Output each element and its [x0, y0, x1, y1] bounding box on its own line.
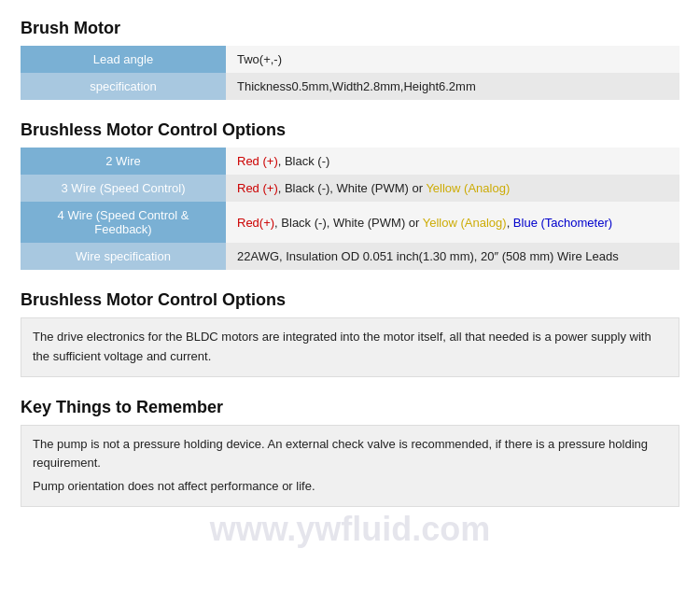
brushless-motor-table: 2 Wire Red (+), Black (-) 3 Wire (Speed …: [21, 148, 679, 270]
label-cell: 2 Wire: [21, 148, 226, 175]
label-cell: 4 Wire (Speed Control & Feedback): [21, 202, 226, 243]
label-cell: specification: [21, 73, 226, 100]
brushless-motor-description-title: Brushless Motor Control Options: [21, 290, 679, 310]
value-cell: 22AWG, Insulation OD 0.051 inch(1.30 mm)…: [226, 243, 679, 270]
table-row: specification Thickness0.5mm,Width2.8mm,…: [21, 73, 679, 100]
blue-text: Blue (Tachometer): [513, 216, 612, 230]
brushless-motor-options-section: Brushless Motor Control Options 2 Wire R…: [21, 120, 679, 270]
brushless-motor-description-section: Brushless Motor Control Options The driv…: [21, 290, 679, 377]
red-text: Red (+): [237, 181, 278, 195]
red-text: Red(+): [237, 216, 274, 230]
table-row: 4 Wire (Speed Control & Feedback) Red(+)…: [21, 202, 679, 243]
key-things-text: The pump is not a pressure holding devic…: [21, 425, 679, 507]
yellow-text: Yellow (Analog): [423, 216, 507, 230]
brush-motor-section: Brush Motor Lead angle Two(+,-) specific…: [21, 19, 679, 100]
black-text: Black (-): [285, 154, 329, 168]
label-cell: 3 Wire (Speed Control): [21, 175, 226, 202]
value-cell: Two(+,-): [226, 46, 679, 73]
brushless-motor-title: Brushless Motor Control Options: [21, 120, 679, 140]
table-row: 2 Wire Red (+), Black (-): [21, 148, 679, 175]
label-cell: Lead angle: [21, 46, 226, 73]
value-cell: Red (+), Black (-): [226, 148, 679, 175]
key-things-title: Key Things to Remember: [21, 398, 679, 417]
brush-motor-table: Lead angle Two(+,-) specification Thickn…: [21, 46, 679, 100]
watermark: www.ywfluid.com: [210, 510, 491, 549]
brushless-motor-description-text: The drive electronics for the BLDC motor…: [21, 317, 679, 377]
key-thing-2: Pump orientation does not affect perform…: [33, 477, 667, 497]
table-row: Wire specification 22AWG, Insulation OD …: [21, 243, 679, 270]
red-text: Red (+): [237, 154, 278, 168]
table-row: 3 Wire (Speed Control) Red (+), Black (-…: [21, 175, 679, 202]
value-cell: Thickness0.5mm,Width2.8mm,Height6.2mm: [226, 73, 679, 100]
label-cell: Wire specification: [21, 243, 226, 270]
key-things-section: Key Things to Remember The pump is not a…: [21, 398, 679, 507]
table-row: Lead angle Two(+,-): [21, 46, 679, 73]
key-thing-1: The pump is not a pressure holding devic…: [33, 435, 667, 474]
yellow-text: Yellow (Analog): [426, 181, 510, 195]
value-cell: Red(+), Black (-), White (PWM) or Yellow…: [226, 202, 679, 243]
value-cell: Red (+), Black (-), White (PWM) or Yello…: [226, 175, 679, 202]
brush-motor-title: Brush Motor: [21, 19, 679, 38]
